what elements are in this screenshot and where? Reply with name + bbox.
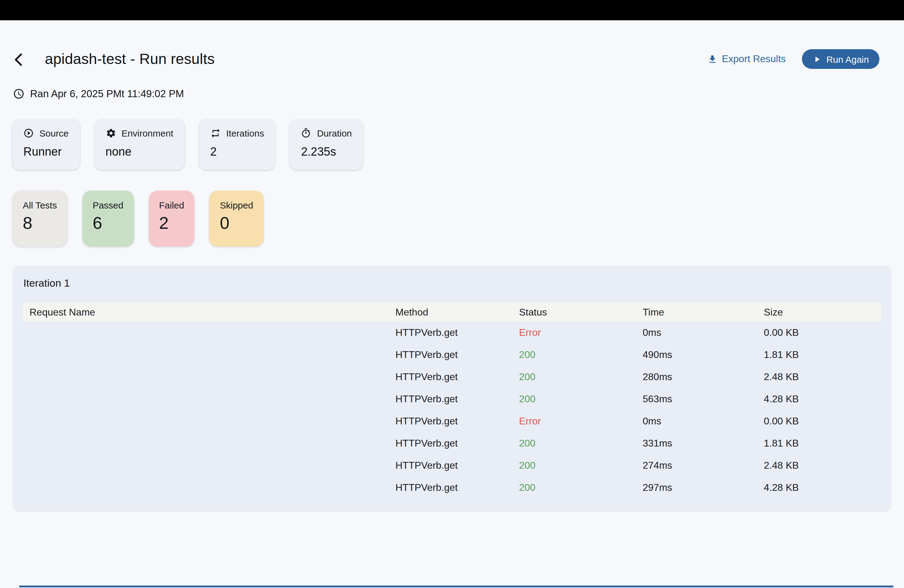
cell-time: 490ms [643,349,764,360]
iteration-results-card: Iteration 1 Request Name Method Status T… [13,266,891,511]
cell-method: HTTPVerb.get [395,416,519,427]
cell-time: 0ms [643,416,764,427]
info-card-value: 2 [210,145,264,159]
stat-card-label: Passed [93,200,123,210]
column-status: Status [519,307,643,318]
column-size: Size [764,307,881,318]
cell-time: 563ms [643,394,764,405]
window-titlebar [0,0,904,20]
run-info-cards: Source Runner Environment none Itera [12,119,363,170]
info-card-icon [210,128,221,138]
info-card-value: 2.235s [301,145,352,159]
table-row[interactable]: HTTPVerb.get Error 0ms 0.00 KB [23,322,881,344]
cell-status: 200 [519,438,643,449]
cell-size: 4.28 KB [764,394,881,405]
run-again-button[interactable]: Run Again [802,49,879,69]
cell-time: 0ms [643,327,764,338]
info-card: Environment none [95,119,184,170]
info-card-icon [106,128,116,138]
info-card: Duration 2.235s [290,119,363,170]
table-row[interactable]: HTTPVerb.get 200 563ms 4.28 KB [23,388,881,410]
cell-method: HTTPVerb.get [395,460,519,471]
export-results-button[interactable]: Export Results [707,54,785,65]
results-table-header: Request Name Method Status Time Size [23,303,881,322]
cell-method: HTTPVerb.get [395,371,519,383]
horizontal-scrollbar[interactable] [19,585,893,587]
info-card-label: Duration [317,128,352,138]
table-row[interactable]: HTTPVerb.get 200 297ms 4.28 KB [23,477,881,499]
cell-time: 274ms [643,460,764,471]
stat-card[interactable]: All Tests 8 [12,191,67,247]
cell-method: HTTPVerb.get [395,327,519,338]
cell-size: 4.28 KB [764,482,881,493]
cell-method: HTTPVerb.get [395,349,519,360]
header-actions: Export Results Run Again [707,49,879,70]
column-request-name: Request Name [30,307,395,318]
back-icon[interactable] [11,52,27,68]
table-row[interactable]: HTTPVerb.get 200 331ms 1.81 KB [23,432,881,455]
cell-size: 1.81 KB [764,438,881,449]
column-method: Method [395,307,519,318]
run-again-label: Run Again [827,54,869,64]
info-card-icon [301,128,311,138]
stat-card-label: Failed [159,200,184,210]
results-table-body: HTTPVerb.get Error 0ms 0.00 KB HTTPVerb.… [23,322,881,499]
info-card-label: Environment [122,128,173,138]
cell-size: 1.81 KB [764,349,881,360]
stat-card-value: 0 [220,213,253,233]
info-card-value: none [106,145,173,159]
cell-size: 2.48 KB [764,371,881,383]
download-icon [707,54,718,64]
table-row[interactable]: HTTPVerb.get 200 274ms 2.48 KB [23,455,881,477]
cell-method: HTTPVerb.get [395,394,519,405]
info-card: Iterations 2 [199,119,275,170]
cell-status: 200 [519,460,643,471]
cell-size: 0.00 KB [764,416,881,427]
play-icon [812,54,822,64]
cell-status: 200 [519,371,643,383]
table-row[interactable]: HTTPVerb.get Error 0ms 0.00 KB [23,410,881,432]
cell-size: 0.00 KB [764,327,881,338]
stat-card-value: 6 [93,213,123,233]
run-results-page: apidash-test - Run results Export Result… [0,20,904,588]
page-title: apidash-test - Run results [45,51,215,68]
screen: apidash-test - Run results Export Result… [0,0,904,588]
cell-status: Error [519,416,643,427]
export-results-label: Export Results [722,54,785,65]
stat-card[interactable]: Passed 6 [82,191,134,247]
cell-method: HTTPVerb.get [395,482,519,493]
cell-time: 331ms [643,438,764,449]
table-row[interactable]: HTTPVerb.get 200 490ms 1.81 KB [23,344,881,366]
cell-status: 200 [519,394,643,405]
info-card-label: Iterations [226,128,264,138]
cell-status: 200 [519,349,643,360]
run-timestamp: Ran Apr 6, 2025 PMt 11:49:02 PM [13,88,184,100]
stat-card-value: 8 [23,213,57,233]
cell-status: Error [519,327,643,338]
cell-size: 2.48 KB [764,460,881,471]
stat-card-label: All Tests [23,200,57,210]
cell-method: HTTPVerb.get [395,438,519,449]
stat-card[interactable]: Failed 2 [149,191,194,247]
stat-card[interactable]: Skipped 0 [209,191,264,247]
stat-card-value: 2 [159,213,184,233]
clock-icon [13,88,25,100]
test-stat-cards: All Tests 8 Passed 6 Failed 2 Skipped 0 [12,191,264,247]
info-card-label: Source [40,128,69,138]
info-card-icon [24,128,34,138]
info-card-value: Runner [24,145,69,159]
cell-time: 280ms [643,371,764,383]
run-timestamp-text: Ran Apr 6, 2025 PMt 11:49:02 PM [30,88,184,100]
table-row[interactable]: HTTPVerb.get 200 280ms 2.48 KB [23,366,881,388]
cell-status: 200 [519,482,643,493]
cell-time: 297ms [643,482,764,493]
stat-card-label: Skipped [220,200,253,210]
column-time: Time [643,307,764,318]
iteration-title: Iteration 1 [24,277,70,290]
info-card: Source Runner [12,119,80,170]
